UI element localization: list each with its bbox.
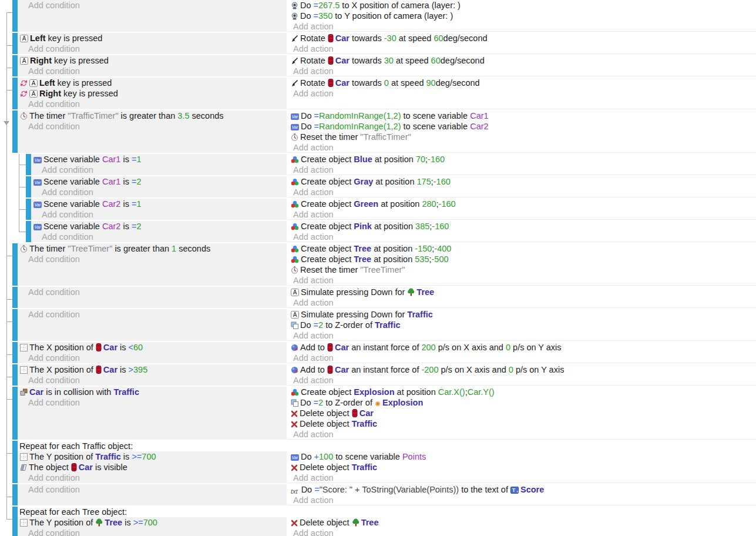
condition[interactable]: VarScene variable Car2 is =1 (31, 199, 287, 209)
add-condition-link[interactable]: Add condition (18, 99, 287, 109)
add-action-link[interactable]: Add action (288, 165, 756, 175)
action[interactable]: VarDo +100 to scene variable Points (288, 451, 756, 462)
event-color-bar (12, 484, 18, 505)
action[interactable]: ASimulate pressing Down for Traffic (288, 309, 756, 320)
text: to the text of (459, 485, 510, 494)
add-action-link[interactable]: Add action (288, 187, 756, 197)
svg-text:A: A (22, 35, 26, 42)
action[interactable]: Create object Blue at position 70;-160 (288, 154, 756, 165)
condition[interactable]: The Y position of Traffic is >=700 (18, 451, 287, 462)
add-condition-link[interactable]: Add condition (18, 473, 287, 483)
add-condition-link[interactable]: Add condition (18, 287, 287, 297)
add-action-link[interactable]: Add action (288, 528, 756, 536)
add-condition-link[interactable]: Add condition (31, 187, 287, 197)
action[interactable]: Reset the timer "TreeTimer" (288, 264, 756, 275)
action[interactable]: Create object Green at position 280;-160 (288, 199, 756, 209)
action[interactable]: Rotate Car towards -30 at speed 60deg/se… (288, 33, 756, 43)
add-condition-link[interactable]: Add condition (18, 484, 287, 495)
action[interactable]: Delete object Tree (288, 517, 756, 528)
condition[interactable]: The timer "TrafficTimer" is greater than… (18, 110, 287, 121)
action[interactable]: Do =2 to Z-order of Explosion (288, 397, 756, 408)
action[interactable]: Do =2 to Z-order of Traffic (288, 320, 756, 330)
text: at speed (389, 78, 426, 88)
expression-value: Car.X() (438, 387, 465, 397)
add-action-link[interactable]: Add action (288, 88, 756, 99)
condition[interactable]: VarScene variable Car1 is =1 (31, 154, 287, 165)
add-condition-link[interactable]: Add condition (18, 43, 287, 54)
add-action-link[interactable]: Add action (288, 21, 756, 32)
tree-icon (95, 518, 103, 528)
string-literal: "TreeTimer" (360, 265, 405, 274)
condition[interactable]: The timer "TreeTimer" is greater than 1 … (18, 243, 287, 254)
add-action-link[interactable]: Add action (288, 495, 756, 505)
object-name: Car (359, 408, 374, 418)
add-condition-link[interactable]: Add condition (18, 397, 287, 408)
add-condition-link[interactable]: Add condition (31, 232, 287, 242)
add-action-link[interactable]: Add action (288, 473, 756, 483)
add-condition-link[interactable]: Add condition (18, 121, 287, 132)
action[interactable]: VarDo =RandomInRange(1,2) to scene varia… (288, 110, 756, 121)
action[interactable]: Delete object Traffic (288, 418, 756, 429)
add-condition-link[interactable]: Add condition (31, 209, 287, 220)
action[interactable]: Create object Gray at position 175;-160 (288, 176, 756, 187)
action[interactable]: Create object Tree at position -150;-400 (288, 243, 756, 254)
add-action-link[interactable]: Add action (288, 429, 756, 440)
repeat-header[interactable]: Repeat for each Traffic object: (18, 441, 756, 451)
action[interactable]: Do =267.5 to X position of camera (layer… (288, 0, 756, 11)
add-condition-link[interactable]: Add condition (18, 353, 287, 363)
add-condition-link[interactable]: Add condition (31, 165, 287, 175)
add-condition-link[interactable]: Add condition (18, 66, 287, 76)
action[interactable]: txtDo ="Score: " + ToString(Variable(Poi… (288, 484, 756, 495)
add-action-link[interactable]: Add action (288, 275, 756, 286)
action[interactable]: Do =350 to Y position of camera (layer: … (288, 11, 756, 21)
action[interactable]: Create object Pink at position 385;-160 (288, 221, 756, 232)
add-action-link[interactable]: Add action (288, 232, 756, 242)
add-action-link[interactable]: Add action (288, 330, 756, 341)
condition[interactable]: ALeft key is pressed (18, 33, 287, 43)
condition[interactable]: Car is in collision with Traffic (18, 387, 287, 397)
condition[interactable]: The X position of Car is <60 (18, 342, 287, 353)
event-row: VarScene variable Car2 is =2Add conditio… (0, 221, 756, 242)
action[interactable]: Delete object Car (288, 408, 756, 418)
svg-text:A: A (32, 91, 36, 97)
event-color-bar (12, 387, 18, 440)
var-icon: Var (33, 222, 42, 232)
condition[interactable]: ALeft key is pressed (18, 78, 287, 88)
add-condition-link[interactable]: Add condition (18, 528, 287, 536)
add-condition-link[interactable]: Add condition (18, 254, 287, 264)
xpos-icon (20, 366, 28, 375)
add-condition-link[interactable]: Add condition (18, 375, 287, 386)
object-name: Traffic (113, 387, 139, 397)
object-name: Explosion (382, 398, 423, 407)
add-action-link[interactable]: Add action (288, 209, 756, 220)
add-action-link[interactable]: Add action (288, 142, 756, 153)
action[interactable]: Reset the timer "TrafficTimer" (288, 132, 756, 142)
add-action-link[interactable]: Add action (288, 353, 756, 363)
add-action-link[interactable]: Add action (288, 43, 756, 54)
condition[interactable]: ARight key is pressed (18, 88, 287, 99)
indent-spacer (0, 221, 26, 242)
repeat-header[interactable]: Repeat for each Tree object: (18, 507, 756, 517)
condition[interactable]: ARight key is pressed (18, 55, 287, 66)
action[interactable]: ASimulate pressing Down for Tree (288, 287, 756, 297)
action[interactable]: Create object Explosion at position Car.… (288, 387, 756, 397)
add-action-link[interactable]: Add action (288, 297, 756, 308)
add-action-link[interactable]: Add action (288, 66, 756, 76)
expression-value: -160 (432, 222, 449, 231)
action[interactable]: Add to Car an instant force of 200 p/s o… (288, 342, 756, 353)
action[interactable]: VarDo =RandomInRange(1,2) to scene varia… (288, 121, 756, 132)
add-condition-link[interactable]: Add condition (18, 309, 287, 320)
condition[interactable]: VarScene variable Car1 is =2 (31, 176, 287, 187)
action[interactable]: Add to Car an instant force of -200 p/s … (288, 364, 756, 375)
condition[interactable]: The object Car is visible (18, 462, 287, 473)
condition[interactable]: The Y position of Tree is >=700 (18, 517, 287, 528)
condition[interactable]: VarScene variable Car2 is =2 (31, 221, 287, 232)
action[interactable]: Rotate Car towards 0 at speed 90deg/seco… (288, 78, 756, 88)
action[interactable]: Rotate Car towards 30 at speed 60deg/sec… (288, 55, 756, 66)
add-action-link[interactable]: Add action (288, 375, 756, 386)
conditions-cell: The Y position of Traffic is >=700The ob… (18, 451, 287, 483)
action[interactable]: Create object Tree at position 535;-500 (288, 254, 756, 264)
add-condition-link[interactable]: Add condition (18, 0, 287, 11)
condition[interactable]: The X position of Car is >395 (18, 364, 287, 375)
action[interactable]: Delete object Traffic (288, 462, 756, 473)
